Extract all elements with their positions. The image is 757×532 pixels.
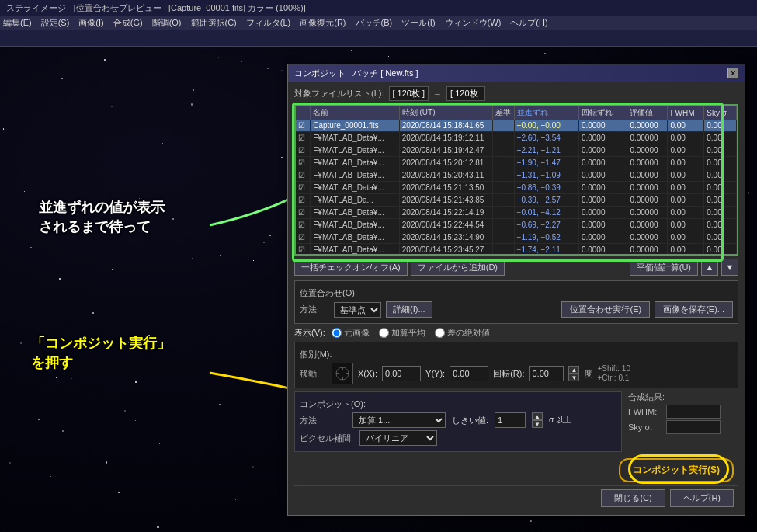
rot-input[interactable] [529,366,564,381]
toolbar [0,30,757,47]
table-row[interactable]: ☑ F¥MATLAB_Data¥... 2020/08/14 15:23:14.… [296,231,737,244]
cell-check: ☑ [296,144,311,157]
col-header-type: 差準 [492,106,514,120]
radio-original[interactable] [332,328,342,338]
cell-fwhm: 0.00 [668,194,704,207]
menu-item-batch[interactable]: バッチ(B) [356,17,393,29]
detail-button[interactable]: 詳細(I)... [386,301,432,318]
table-row[interactable]: ☑ F¥MATLAB_Data¥... 2020/08/14 15:23:45.… [296,244,737,256]
table-row[interactable]: ☑ F¥MATLAB_Data¥... 2020/08/14 15:20:43.… [296,169,737,182]
display-label: 表示(V): [294,327,325,339]
cell-rot: 0.0000 [578,144,627,157]
fwhm-result-input [666,405,721,419]
cell-time: 2020/08/14 15:23:45.27 [399,244,492,256]
annotation-wait: 並進ずれの値が表示 されるまで待って [39,198,165,237]
move-section-label: 個別(M): [300,349,733,360]
radio-diff[interactable] [435,328,445,338]
menu-item-filter[interactable]: フィルタ(L) [246,17,290,29]
cell-eval: 0.00000 [627,194,668,207]
method-label: 方法: [300,304,329,315]
menu-item-image[interactable]: 画像(I) [78,17,103,29]
rot-down-button[interactable]: ▼ [568,374,579,381]
menu-item-tone[interactable]: 階調(O) [152,17,182,29]
menu-item-composite[interactable]: 合成(G) [113,17,143,29]
menu-item-edit[interactable]: 編集(E) [3,17,32,29]
menu-item-help[interactable]: ヘルプ(H) [510,17,547,29]
sky-result-input [666,420,721,434]
cell-time: 2020/08/14 15:18:41.65 [399,120,492,132]
threshold-input[interactable] [495,412,526,428]
save-image-button[interactable]: 画像を保存(E)... [655,301,733,318]
cell-fwhm: 0.00 [668,132,704,144]
shift-hint: +Shift: 10+Ctrl: 0.1 [597,364,630,383]
menu-item-restore[interactable]: 画像復元(R) [300,17,346,29]
cell-check: ☑ [296,231,311,244]
cell-time: 2020/08/14 15:22:44.54 [399,219,492,231]
x-input[interactable] [382,366,421,381]
add-file-button[interactable]: ファイルから追加(D) [411,259,505,276]
radio-label-original[interactable]: 元画像 [332,327,370,339]
threshold-up-button[interactable]: ▲ [532,412,543,420]
menu-item-tools[interactable]: ツール(I) [401,17,435,29]
arrow-label: → [433,89,442,99]
comp-method-select[interactable]: 加算 1... [352,412,446,428]
composite-exec-button[interactable]: コンポジット実行(S) [619,458,734,482]
cell-trans: +2.21, +1.21 [514,144,578,157]
cell-check: ☑ [296,182,311,194]
table-row[interactable]: ☑ F¥MATLAB_Data¥... 2020/08/14 15:22:44.… [296,219,737,231]
col-header-check [296,106,311,120]
calc-avg-button[interactable]: 平価値計算(U) [630,259,698,276]
radio-avg[interactable] [379,328,389,338]
radio-label-diff[interactable]: 差の絶対値 [435,327,490,339]
close-button[interactable]: 閉じる(C) [601,489,665,507]
threshold-down-button[interactable]: ▼ [532,420,543,428]
col-header-sky: Sky σ [704,106,737,120]
cell-name: F¥MATLAB_Data¥... [311,219,400,231]
sigma-label: σ 以上 [549,415,571,426]
cell-rot: 0.0000 [578,169,627,182]
down-icon-button[interactable]: ▼ [721,259,738,276]
composite-dialog: コンポジット : バッチ [ New.fts ] ✕ 対象ファイルリスト(L):… [287,64,745,516]
threshold-spinner: ▲ ▼ [532,412,543,428]
file-list-table-container[interactable]: 名前 時刻 (UT) 差準 並進ずれ 回転ずれ 評価値 FWHM Sky σ ☑… [294,104,738,256]
cell-eval: 0.00000 [627,144,668,157]
cell-eval: 0.00000 [627,219,668,231]
display-radio-group: 元画像 加算平均 差の絶対値 [332,327,490,339]
comp-method-label: 方法: [300,415,346,426]
menu-item-window[interactable]: ウィンドウ(W) [445,17,502,29]
help-button[interactable]: ヘルプ(H) [670,489,734,507]
cell-time: 2020/08/14 15:20:12.81 [399,157,492,169]
app-title: ステライメージ - [位置合わせプレビュー : [Capture_00001.f… [6,2,306,14]
up-icon-button[interactable]: ▲ [701,259,718,276]
cell-type [492,231,514,244]
cell-type [492,132,514,144]
composite-section-wrapper: コンポジット(O): 方法: 加算 1... しきい値: ▲ ▼ σ 以上 [294,391,738,455]
table-row[interactable]: ☑ Capture_00001.fits 2020/08/14 15:18:41… [296,120,737,132]
radio-label-avg[interactable]: 加算平均 [379,327,425,339]
rot-up-button[interactable]: ▲ [568,366,579,374]
method-select[interactable]: 基準点 [334,302,381,318]
menu-bar: 編集(E) 設定(S) 画像(I) 合成(G) 階調(O) 範囲選択(C) フィ… [0,16,757,30]
cell-type [492,219,514,231]
cell-eval: 0.00000 [627,231,668,244]
threshold-label: しきい値: [452,415,488,426]
menu-item-settings[interactable]: 設定(S) [41,17,70,29]
y-input[interactable] [450,366,488,381]
col-header-eval: 評価値 [627,106,668,120]
align-exec-button[interactable]: 位置合わせ実行(E) [561,301,650,318]
table-row[interactable]: ☑ F¥MATLAB_Data¥... 2020/08/14 15:20:12.… [296,157,737,169]
table-row[interactable]: ☑ F¥MATLAB_Data¥... 2020/08/14 15:19:42.… [296,144,737,157]
menu-item-range[interactable]: 範囲選択(C) [191,17,237,29]
cell-check: ☑ [296,207,311,219]
table-row[interactable]: ☑ F¥MATLAB_Da... 2020/08/14 15:21:43.85 … [296,194,737,207]
table-row[interactable]: ☑ F¥MATLAB_Data¥... 2020/08/14 15:22:14.… [296,207,737,219]
pixel-select[interactable]: バイリニア [359,430,437,446]
table-row[interactable]: ☑ F¥MATLAB_Data¥... 2020/08/14 15:21:13.… [296,182,737,194]
cell-fwhm: 0.00 [668,219,704,231]
cell-eval: 0.00000 [627,169,668,182]
toggle-check-button[interactable]: 一括チェックオン/オフ(A) [294,259,408,276]
table-row[interactable]: ☑ F¥MATLAB_Data¥... 2020/08/14 15:19:12.… [296,132,737,144]
dialog-close-button[interactable]: ✕ [727,68,738,78]
cell-eval: 0.00000 [627,157,668,169]
cell-trans: −1.74, −2.11 [514,244,578,256]
